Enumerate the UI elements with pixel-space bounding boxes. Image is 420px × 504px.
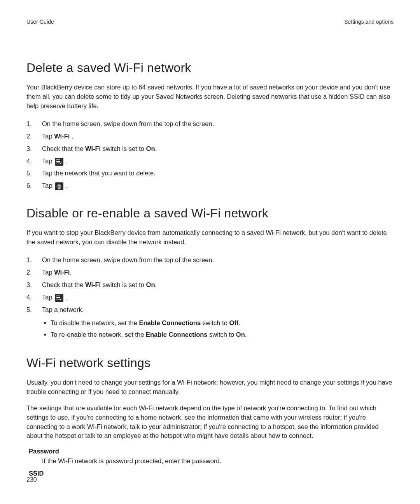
- step-text: Tap the network that you want to delete.: [42, 170, 156, 177]
- svg-rect-0: [56, 159, 60, 160]
- step-text: switch to: [201, 319, 229, 326]
- sub-step: To re-enable the network, set the Enable…: [51, 329, 394, 340]
- section-settings: Wi-Fi network settings Usually, you don'…: [26, 356, 394, 477]
- bold: Wi-Fi: [85, 281, 101, 288]
- step-text: Tap: [42, 294, 54, 301]
- step-text: .: [64, 182, 68, 189]
- svg-rect-9: [56, 297, 60, 298]
- step-text: .: [64, 294, 68, 301]
- step: Check that the Wi-Fi switch is set to On…: [26, 143, 394, 155]
- step-text: Check that the: [42, 281, 85, 288]
- steps-delete: On the home screen, swipe down from the …: [26, 118, 394, 192]
- sub-step: To disable the network, set the Enable C…: [51, 317, 394, 329]
- section-disable: Disable or re-enable a saved Wi-Fi netwo…: [26, 206, 394, 342]
- step: Tap .: [26, 180, 394, 192]
- step-text: Tap: [42, 158, 54, 164]
- step: Tap the network that you want to delete.: [26, 167, 394, 180]
- step: Tap .: [26, 291, 394, 304]
- step-text: switch to: [208, 331, 236, 338]
- step: Tap Wi-Fi.: [26, 266, 394, 279]
- settings-p1: Usually, you don't need to change your s…: [26, 378, 394, 397]
- step-text: Check that the: [42, 145, 85, 152]
- header-left: User Guide: [26, 19, 54, 25]
- step: Tap Wi-Fi .: [26, 130, 394, 143]
- header-right: Settings and options: [344, 19, 394, 25]
- step-text: .: [72, 133, 74, 140]
- steps-disable: On the home screen, swipe down from the …: [26, 254, 394, 342]
- settings-p2: The settings that are available for each…: [26, 404, 394, 441]
- delete-icon: [55, 182, 63, 190]
- term-ssid: SSID: [29, 470, 394, 477]
- step: Check that the Wi-Fi switch is set to On…: [26, 279, 394, 291]
- step-text: .: [155, 281, 157, 288]
- svg-rect-4: [58, 184, 60, 184]
- bold: On: [146, 145, 155, 152]
- step-text: On the home screen, swipe down from the …: [42, 256, 214, 263]
- intro-delete: Your BlackBerry device can store up to 6…: [26, 83, 394, 111]
- step-text: Tap: [42, 182, 54, 189]
- step-text: switch is set to: [101, 281, 146, 288]
- step-text: To disable the network, set the: [51, 319, 139, 326]
- term-password: Password: [29, 448, 394, 455]
- step-text: .: [245, 331, 247, 338]
- svg-rect-3: [57, 185, 61, 185]
- step-text: Tap a network.: [42, 306, 84, 313]
- section-delete: Delete a saved Wi-Fi network Your BlackB…: [26, 61, 394, 192]
- bold: On: [146, 281, 155, 288]
- saved-networks-icon: [55, 158, 63, 166]
- section-title-settings: Wi-Fi network settings: [26, 356, 394, 370]
- step: Tap a network. To disable the network, s…: [26, 304, 394, 342]
- step-text: .: [155, 145, 157, 152]
- step: Tap .: [26, 155, 394, 168]
- page: User Guide Settings and options Delete a…: [0, 0, 420, 504]
- bold: Off: [229, 319, 238, 326]
- step: On the home screen, swipe down from the …: [26, 254, 394, 266]
- intro-disable: If you want to stop your BlackBerry devi…: [26, 228, 394, 247]
- page-number: 230: [26, 476, 37, 483]
- svg-rect-8: [56, 296, 60, 296]
- step: On the home screen, swipe down from the …: [26, 118, 394, 130]
- bold: Enable Connections: [146, 331, 208, 338]
- svg-rect-10: [56, 299, 60, 299]
- bold: Wi-Fi: [54, 269, 70, 276]
- section-title-delete: Delete a saved Wi-Fi network: [26, 61, 394, 75]
- step-text: Tap: [42, 269, 54, 276]
- step-text: switch is set to: [101, 145, 146, 152]
- bold: Wi-Fi: [85, 145, 101, 152]
- step-text: On the home screen, swipe down from the …: [42, 120, 214, 127]
- bold: Enable Connections: [139, 319, 201, 326]
- def-password: If the Wi-Fi network is password protect…: [42, 457, 394, 466]
- definition-list: Password If the Wi-Fi network is passwor…: [26, 448, 394, 477]
- step-text: .: [70, 269, 72, 276]
- step-text: Tap: [42, 133, 54, 140]
- bold: Wi-Fi: [54, 133, 72, 140]
- bold: On: [236, 331, 245, 338]
- section-title-disable: Disable or re-enable a saved Wi-Fi netwo…: [26, 206, 394, 220]
- step-text: To re-enable the network, set the: [51, 331, 146, 338]
- svg-rect-2: [56, 163, 60, 163]
- saved-networks-icon: [55, 294, 63, 302]
- svg-rect-1: [56, 161, 60, 162]
- step-text: .: [238, 319, 240, 326]
- step-text: .: [64, 158, 68, 164]
- running-header: User Guide Settings and options: [26, 19, 394, 25]
- sub-steps: To disable the network, set the Enable C…: [42, 317, 394, 340]
